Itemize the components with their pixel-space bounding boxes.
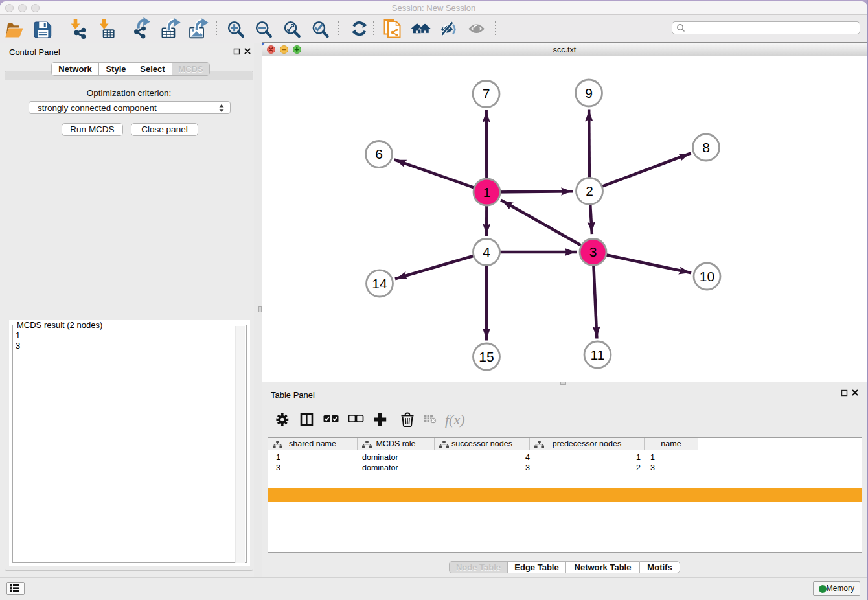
svg-text:7: 7 bbox=[482, 86, 490, 101]
svg-text:2: 2 bbox=[586, 183, 593, 198]
svg-text:6: 6 bbox=[375, 146, 383, 161]
svg-text:10: 10 bbox=[699, 269, 714, 284]
svg-text:9: 9 bbox=[585, 86, 593, 100]
svg-text:4: 4 bbox=[483, 244, 490, 259]
svg-text:15: 15 bbox=[479, 349, 494, 364]
svg-text:3: 3 bbox=[589, 244, 597, 259]
svg-text:1: 1 bbox=[483, 185, 490, 200]
svg-text:14: 14 bbox=[372, 276, 387, 291]
svg-text:11: 11 bbox=[590, 347, 604, 362]
svg-text:f(x): f(x) bbox=[445, 411, 465, 428]
svg-text:8: 8 bbox=[702, 140, 710, 155]
